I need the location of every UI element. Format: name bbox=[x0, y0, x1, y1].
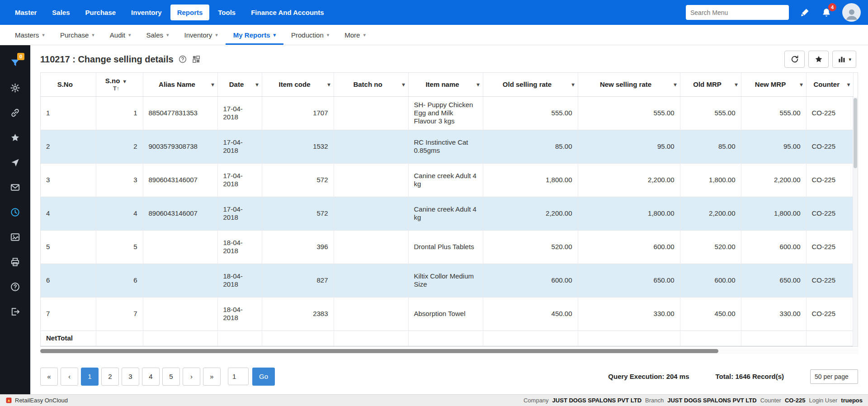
vertical-scrollbar-thumb[interactable] bbox=[854, 98, 857, 168]
column-filter-caret-icon[interactable]: ▾ bbox=[571, 81, 574, 88]
favorites-icon[interactable] bbox=[0, 125, 30, 150]
layout-grid-icon[interactable] bbox=[192, 55, 201, 64]
table-row[interactable]: 44890604314600717-04-2018572Canine creek… bbox=[41, 197, 854, 230]
print-icon[interactable] bbox=[0, 250, 30, 274]
column-header-label-wrap: Alias Name bbox=[148, 80, 207, 88]
subnav-item-masters[interactable]: Masters▾ bbox=[7, 25, 52, 45]
favorite-button[interactable] bbox=[808, 51, 829, 68]
column-header-s-no[interactable]: S.No bbox=[41, 73, 96, 96]
top-menu-item-purchase[interactable]: Purchase bbox=[79, 5, 123, 20]
chevron-down-icon: ▾ bbox=[166, 32, 169, 38]
subnav-item-sales[interactable]: Sales▾ bbox=[139, 25, 177, 45]
column-header-item-code[interactable]: Item code▾ bbox=[262, 73, 334, 96]
column-header-label-wrap: New selling rate bbox=[583, 80, 669, 88]
export-icon[interactable] bbox=[0, 225, 30, 250]
column-header-old-mrp[interactable]: Old MRP▾ bbox=[680, 73, 741, 96]
subnav-item-inventory[interactable]: Inventory▾ bbox=[177, 25, 226, 45]
table-cell: 4 bbox=[96, 197, 143, 230]
column-filter-caret-icon[interactable]: ▾ bbox=[327, 81, 330, 88]
table-cell bbox=[143, 264, 217, 297]
help-circle-icon[interactable] bbox=[178, 55, 187, 64]
page-button-3[interactable]: 3 bbox=[122, 368, 139, 386]
table-cell: 1532 bbox=[262, 130, 334, 163]
prev-page-button[interactable]: ‹ bbox=[61, 368, 78, 386]
column-filter-caret-icon[interactable]: ▾ bbox=[847, 81, 850, 88]
top-menu-item-inventory[interactable]: Inventory bbox=[124, 5, 169, 20]
column-header-new-selling-rate[interactable]: New selling rate▾ bbox=[578, 73, 680, 96]
page-title: 110217 : Change selling details bbox=[40, 54, 174, 65]
column-header-item-name[interactable]: Item name▾ bbox=[408, 73, 483, 96]
table-row[interactable]: 7718-04-20182383Absorption Towel450.0033… bbox=[41, 297, 854, 330]
column-header-date[interactable]: Date▾ bbox=[217, 73, 262, 96]
column-header-counter[interactable]: Counter▾ bbox=[806, 73, 854, 96]
last-page-button[interactable]: » bbox=[203, 368, 221, 386]
column-header-label-wrap: Item code bbox=[267, 80, 323, 88]
total-records: Total: 1646 Record(s) bbox=[716, 373, 784, 380]
subnav-item-audit[interactable]: Audit▾ bbox=[102, 25, 139, 45]
subnav-item-production[interactable]: Production▾ bbox=[283, 25, 337, 45]
column-header-old-selling-rate[interactable]: Old selling rate▾ bbox=[483, 73, 578, 96]
per-page-select[interactable]: 50 per page bbox=[810, 369, 858, 384]
refresh-button[interactable] bbox=[784, 51, 805, 68]
column-header-batch-no[interactable]: Batch no▾ bbox=[334, 73, 408, 96]
column-header-s-no[interactable]: S.no▼T↑ bbox=[96, 73, 143, 96]
column-filter-caret-icon[interactable]: ▾ bbox=[255, 81, 258, 88]
table-cell: 2,200.00 bbox=[578, 163, 680, 197]
table-cell: 520.00 bbox=[483, 230, 578, 264]
user-avatar[interactable] bbox=[842, 3, 861, 22]
bar-chart-icon bbox=[837, 55, 846, 64]
settings-icon[interactable] bbox=[0, 76, 30, 100]
search-input[interactable] bbox=[686, 5, 789, 20]
top-menu-item-finance-and-accounts[interactable]: Finance And Accounts bbox=[244, 5, 330, 20]
page-button-1[interactable]: 1 bbox=[81, 368, 99, 386]
horizontal-scrollbar[interactable] bbox=[40, 348, 858, 354]
table-row[interactable]: 33890604314600717-04-2018572Canine creek… bbox=[41, 163, 854, 197]
go-button[interactable]: Go bbox=[252, 368, 275, 386]
column-filter-caret-icon[interactable]: ▾ bbox=[211, 81, 214, 88]
table-cell: 95.00 bbox=[741, 130, 806, 163]
column-filter-caret-icon[interactable]: ▾ bbox=[402, 81, 405, 88]
link-icon[interactable] bbox=[0, 100, 30, 125]
vertical-scrollbar[interactable] bbox=[853, 97, 858, 346]
page-button-2[interactable]: 2 bbox=[101, 368, 119, 386]
table-row[interactable]: 11885047783135317-04-20181707SH- Puppy C… bbox=[41, 96, 854, 130]
table-cell: 600.00 bbox=[578, 230, 680, 264]
chart-menu-button[interactable]: ▾ bbox=[832, 51, 856, 68]
table-cell: 7 bbox=[41, 297, 96, 330]
top-menu-item-sales[interactable]: Sales bbox=[45, 5, 76, 20]
first-page-button[interactable]: « bbox=[40, 368, 58, 386]
page-button-4[interactable]: 4 bbox=[142, 368, 160, 386]
history-icon[interactable] bbox=[0, 200, 30, 225]
table-cell bbox=[334, 297, 408, 330]
column-header-alias-name[interactable]: Alias Name▾ bbox=[143, 73, 217, 96]
page-button-5[interactable]: 5 bbox=[162, 368, 180, 386]
subnav-item-purchase[interactable]: Purchase▾ bbox=[52, 25, 102, 45]
column-filter-caret-icon[interactable]: ▾ bbox=[674, 81, 676, 88]
column-filter-caret-icon[interactable]: ▾ bbox=[800, 81, 802, 88]
table-row[interactable]: 5518-04-2018396Drontal Plus Tablets520.0… bbox=[41, 230, 854, 264]
column-header-label: S.No bbox=[57, 80, 73, 88]
subnav-item-my-reports[interactable]: My Reports▾ bbox=[226, 25, 283, 45]
status-bar: Query Execution: 204 ms Total: 1646 Reco… bbox=[608, 369, 858, 384]
help-icon[interactable] bbox=[0, 274, 30, 299]
next-page-button[interactable]: › bbox=[183, 368, 200, 386]
column-filter-caret-icon[interactable]: ▾ bbox=[476, 81, 479, 88]
top-menu-item-tools[interactable]: Tools bbox=[211, 5, 242, 20]
top-menu-item-reports[interactable]: Reports bbox=[170, 5, 210, 20]
column-filter-caret-icon[interactable]: ▾ bbox=[735, 81, 737, 88]
column-header-new-mrp[interactable]: New MRP▾ bbox=[741, 73, 806, 96]
logout-icon[interactable] bbox=[0, 299, 30, 324]
top-menu-item-master[interactable]: Master bbox=[8, 5, 43, 20]
page-jump-input[interactable] bbox=[228, 368, 249, 385]
table-row[interactable]: 22900357930873817-04-20181532RC Instinct… bbox=[41, 130, 854, 163]
subnav-item-more[interactable]: More▾ bbox=[337, 25, 373, 45]
paint-icon[interactable] bbox=[799, 7, 811, 19]
mail-icon[interactable] bbox=[0, 175, 30, 200]
table-cell: 1707 bbox=[262, 96, 334, 130]
filter-icon[interactable]: 0 bbox=[0, 51, 30, 76]
notifications-bell-icon[interactable]: 4 bbox=[821, 7, 832, 19]
table-row[interactable]: 6618-04-2018827Kiltix Collor Medium Size… bbox=[41, 264, 854, 297]
table-cell: CO-225 bbox=[806, 197, 854, 230]
share-icon[interactable] bbox=[0, 150, 30, 175]
horizontal-scrollbar-thumb[interactable] bbox=[40, 349, 718, 353]
